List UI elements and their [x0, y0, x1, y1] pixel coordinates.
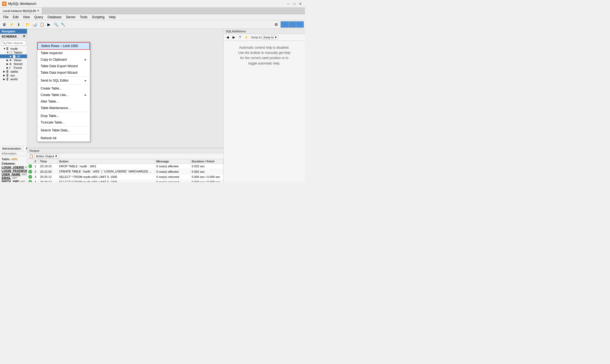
view-toggle — [280, 21, 304, 28]
jump-to-select[interactable]: Jump to Jump to ▼ — [251, 35, 278, 39]
tab-close-btn[interactable]: ✕ — [37, 9, 39, 12]
title-bar: ⚙ MySQL Workbench ─ □ ✕ — [0, 0, 305, 8]
sql-forward-btn[interactable]: ▶ — [231, 35, 236, 40]
right-panel: SQLAdditions ◀ ▶ ? ⚡ Jump to Jump to ▼ A… — [223, 29, 305, 182]
ctx-table-maintenance[interactable]: Table Maintenance... — [37, 105, 90, 111]
close-button[interactable]: ✕ — [298, 1, 303, 6]
tree-label-views: Views — [14, 58, 22, 62]
tree-item-stored[interactable]: ▶ ⚙ Stored — [0, 62, 27, 66]
tree-item-views[interactable]: ▶ 👁 Views — [0, 58, 27, 62]
view-btn-2[interactable] — [288, 21, 296, 27]
tree-item-mydb[interactable]: ▼ 🗄 mydb — [0, 47, 27, 51]
minimize-button[interactable]: ─ — [286, 1, 291, 6]
th-action: Action — [58, 159, 155, 164]
menu-file[interactable]: File — [1, 15, 11, 20]
tree-item-functi[interactable]: ▶ ƒ Functi — [0, 66, 27, 70]
menu-server[interactable]: Server — [64, 15, 78, 20]
maximize-button[interactable]: □ — [292, 1, 297, 6]
app-icon: ⚙ — [2, 2, 7, 6]
toolbar-new-connection[interactable]: 🖥 — [1, 21, 8, 28]
tree-item-sakila[interactable]: ▶ 🗄 sakila — [0, 70, 27, 73]
expand-arrow-mydb: ▼ — [3, 47, 6, 50]
ctx-create-table[interactable]: Create Table... — [37, 85, 90, 92]
filter-box[interactable]: 🔍 — [1, 40, 26, 46]
ctx-create-table-like[interactable]: Create Table Like... ▶ — [37, 92, 90, 98]
filter-input[interactable] — [6, 41, 25, 45]
ctx-select-rows[interactable]: Select Rows – Limit 1000 — [37, 42, 90, 50]
toolbar-run[interactable]: ▶ — [45, 21, 52, 28]
ctx-send-sql[interactable]: Send to SQL Editor ▶ — [37, 77, 90, 84]
table-prefix: Table: — [2, 158, 11, 161]
sql-back-btn[interactable]: ◀ — [225, 35, 230, 40]
output-row-4[interactable]: ✓420:26:12SELECT * FROM mydb.s001 LIMIT … — [27, 180, 223, 182]
main-tab[interactable]: Local instance MySQL80 ✕ — [0, 8, 42, 14]
sys-icon: 🗄 — [6, 74, 10, 77]
tab-schemas[interactable]: Schemas — [24, 146, 27, 151]
jump-to-dropdown[interactable]: Jump to ▼ — [262, 35, 278, 39]
row2-action: CREATE TABLE `mydb`.`s001` ( `LOGIN_USER… — [58, 169, 155, 174]
tree-item-world[interactable]: ▶ 🗄 world — [0, 77, 27, 81]
tables-icon: 📋 — [9, 51, 13, 54]
output-dropdown-label: Action Output — [36, 155, 54, 158]
menu-view[interactable]: View — [21, 15, 32, 20]
status-icon-1: ✓ — [28, 164, 32, 168]
menu-edit[interactable]: Edit — [11, 15, 21, 20]
toolbar-sql[interactable]: 📋 — [38, 21, 45, 28]
tree-label-stored: Stored — [14, 62, 22, 66]
toolbar-info[interactable]: ℹ — [15, 21, 22, 28]
menu-tools[interactable]: Tools — [78, 15, 90, 20]
ctx-alter-table[interactable]: Alter Table... — [37, 98, 90, 105]
tree-label-s0: s0 — [17, 55, 20, 58]
ctx-export-wizard[interactable]: Table Data Export Wizard — [37, 63, 90, 69]
sql-help-btn[interactable]: ? — [237, 35, 243, 40]
menu-help[interactable]: Help — [107, 15, 118, 20]
ctx-truncate-table[interactable]: Truncate Table... — [37, 119, 90, 126]
toolbar-open[interactable]: 📁 — [24, 21, 31, 28]
info-table-label: Table: s001 — [2, 158, 25, 161]
menu-query[interactable]: Query — [32, 15, 45, 20]
ctx-drop-table[interactable]: Drop Table... — [37, 113, 90, 119]
menu-database[interactable]: Database — [45, 15, 64, 20]
jump-to-arrow: ▼ — [274, 36, 277, 39]
toolbar-model[interactable]: 📊 — [31, 21, 38, 28]
row3-message: 0 row(s) returned — [155, 174, 191, 180]
output-row-1[interactable]: ✓120:19:15DROP TABLE `mydb`.`s001`0 row(… — [27, 164, 223, 169]
ctx-copy-clipboard[interactable]: Copy to Clipboard ▶ — [37, 56, 90, 63]
status-icon-4: ✓ — [28, 180, 32, 182]
menu-scripting[interactable]: Scripting — [90, 15, 107, 20]
expand-arrow-sys: ▶ — [3, 74, 6, 77]
context-menu: Select Rows – Limit 1000 Table Inspector… — [37, 42, 90, 142]
tree-item-sys[interactable]: ▶ 🗄 sys — [0, 73, 27, 77]
tab-administration[interactable]: Administration — [0, 146, 24, 151]
toolbar-search[interactable]: 🔍 — [53, 21, 59, 28]
output-table: # Time Action Message Duration / Fetch ✓… — [27, 159, 223, 182]
filter-icon: 🔍 — [2, 41, 6, 45]
schemas-label: SCHEMAS — [2, 35, 17, 38]
row1-action: DROP TABLE `mydb`.`s001` — [58, 164, 155, 169]
view-btn-1[interactable] — [281, 21, 288, 27]
sidebar-bottom: Administration Schemas Information Table… — [0, 146, 27, 182]
output-dropdown[interactable]: Action Output ▼ — [35, 154, 59, 158]
gear-icon[interactable]: ⚙ — [273, 21, 279, 28]
ctx-table-inspector[interactable]: Table Inspector — [37, 50, 90, 56]
toolbar-manage-connections[interactable]: ⚡ — [8, 21, 15, 28]
output-row-2[interactable]: ✓220:22:05CREATE TABLE `mydb`.`s001` ( `… — [27, 169, 223, 174]
view-btn-3[interactable] — [296, 21, 304, 27]
col-login-password: LOGIN_PASSWORD varc — [2, 169, 25, 172]
sakila-icon: 🗄 — [6, 70, 10, 73]
expand-arrow-tables: ▼ — [7, 51, 9, 54]
tree-item-tables[interactable]: ▼ 📋 Tables — [0, 51, 27, 54]
output-row-3[interactable]: ✓320:25:12SELECT * FROM mydb.s001 LIMIT … — [27, 174, 223, 180]
schemas-header: SCHEMAS ⟳ — [0, 34, 27, 39]
tree-item-s001[interactable]: ▶ 📄 s0 — [0, 54, 27, 58]
ctx-import-wizard[interactable]: Table Data Import Wizard — [37, 69, 90, 76]
sql-auto-btn[interactable]: ⚡ — [243, 35, 249, 40]
expand-arrow-sakila: ▶ — [3, 70, 6, 73]
ctx-refresh-all[interactable]: Refresh All — [37, 135, 90, 141]
row4-duration: 0.000 sec / 0.000 sec — [191, 180, 223, 182]
context-help-content: Automatic context help is disabled. Use … — [224, 41, 305, 182]
create-like-arrow-icon: ▶ — [85, 94, 87, 96]
ctx-search-table[interactable]: Search Table Data... — [37, 127, 90, 134]
ctx-sep-5 — [37, 134, 90, 134]
toolbar-settings[interactable]: 🔧 — [60, 21, 66, 28]
